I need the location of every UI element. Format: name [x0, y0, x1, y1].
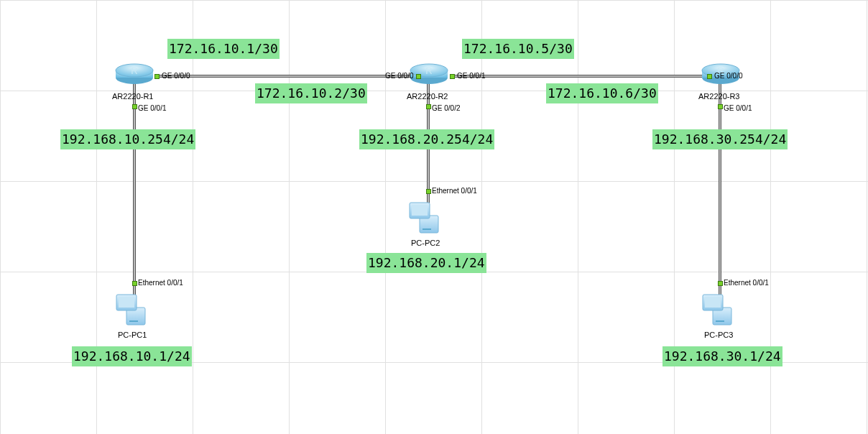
ip-r3-g001[interactable]: 192.168.30.254/24 — [652, 129, 788, 149]
port-r3-g000 — [707, 74, 712, 79]
label-r1-g000: GE 0/0/0 — [162, 72, 190, 80]
pc-pc1[interactable] — [115, 292, 149, 328]
link-r3-pc3 — [719, 83, 721, 306]
label-r1-g001: GE 0/0/1 — [138, 104, 166, 112]
link-r2-r3 — [451, 75, 708, 78]
pc-icon — [701, 292, 736, 328]
ip-r2-g000[interactable]: 172.16.10.2/30 — [255, 83, 367, 103]
link-r1-r2 — [156, 75, 418, 78]
ip-r2-g002[interactable]: 192.168.20.254/24 — [359, 129, 494, 149]
label-r2-name: AR2220-R2 — [407, 92, 448, 101]
router-icon: R — [115, 63, 154, 85]
port-r2-g000 — [416, 74, 421, 79]
svg-rect-22 — [705, 297, 721, 308]
ip-pc2[interactable]: 192.168.20.1/24 — [366, 253, 486, 273]
label-r2-g000: GE 0/0/0 — [385, 72, 413, 80]
port-pc2 — [426, 189, 431, 194]
ip-r3-g000[interactable]: 172.16.10.6/30 — [546, 83, 658, 103]
label-r1-name: AR2220-R1 — [112, 92, 153, 101]
label-pc3-port: Ethernet 0/0/1 — [724, 279, 769, 287]
port-r3-g001 — [718, 104, 723, 109]
pc-pc2[interactable] — [408, 200, 443, 236]
port-r2-g002 — [426, 104, 431, 109]
port-pc3 — [718, 281, 723, 286]
router-letter: R — [131, 65, 137, 76]
pc-pc3[interactable] — [701, 292, 736, 328]
router-r1[interactable]: R — [115, 63, 154, 85]
ip-pc1[interactable]: 192.168.10.1/24 — [72, 346, 192, 366]
link-r1-pc1 — [133, 82, 136, 305]
pc-icon — [408, 200, 443, 236]
svg-rect-16 — [423, 228, 431, 230]
ip-r1-g001[interactable]: 192.168.10.254/24 — [60, 129, 195, 149]
port-r2-g001 — [450, 74, 455, 79]
label-pc3-name: PC-PC3 — [704, 331, 733, 339]
label-pc2-name: PC-PC2 — [411, 239, 440, 247]
port-pc1 — [132, 281, 137, 286]
label-r2-g002: GE 0/0/2 — [432, 104, 460, 112]
pc-icon — [115, 292, 149, 328]
port-r1-g001 — [132, 104, 137, 109]
svg-text:R: R — [425, 65, 432, 76]
svg-rect-12 — [129, 320, 138, 322]
ip-r1-g000[interactable]: 172.16.10.1/30 — [167, 39, 280, 59]
svg-rect-18 — [412, 205, 428, 216]
svg-rect-20 — [716, 320, 724, 322]
ip-r2-g001[interactable]: 172.16.10.5/30 — [462, 39, 574, 59]
label-r3-name: AR2220-R3 — [698, 92, 739, 101]
label-pc1-port: Ethernet 0/0/1 — [138, 279, 183, 287]
label-r3-g000: GE 0/0/0 — [714, 72, 742, 80]
port-r1-g000 — [154, 74, 160, 79]
topology-canvas[interactable]: R AR2220-R1 GE 0/0/0 GE 0/0/1 R AR2220-R… — [0, 0, 868, 434]
svg-rect-14 — [119, 297, 134, 308]
label-pc2-port: Ethernet 0/0/1 — [432, 187, 477, 195]
label-r2-g001: GE 0/0/1 — [457, 72, 485, 80]
ip-pc3[interactable]: 192.168.30.1/24 — [662, 346, 782, 366]
label-r3-g001: GE 0/0/1 — [724, 104, 752, 112]
label-pc1-name: PC-PC1 — [118, 331, 147, 339]
